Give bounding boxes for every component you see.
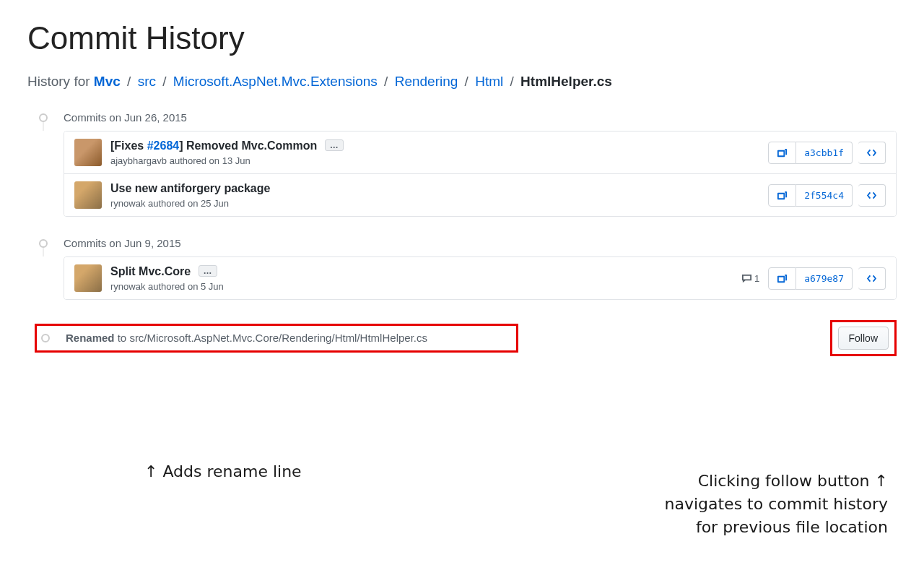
clipboard-icon [777, 190, 788, 201]
breadcrumb-separator: / [461, 74, 472, 89]
avatar[interactable] [74, 139, 102, 166]
breadcrumb: History for Mvc / src / Microsoft.AspNet… [27, 74, 897, 90]
browse-code-button[interactable] [858, 142, 886, 164]
commit-list: [Fixes #2684] Removed Mvc.Common …ajaybh… [64, 131, 897, 217]
commit-sha-link[interactable]: 2f554c4 [796, 184, 853, 207]
breadcrumb-link[interactable]: src [138, 74, 156, 89]
breadcrumb-separator: / [380, 74, 392, 89]
comment-icon [741, 273, 752, 284]
expand-message-button[interactable]: … [199, 265, 217, 277]
clipboard-icon [777, 273, 788, 284]
breadcrumb-prefix: History for [27, 74, 94, 89]
commit-row: [Fixes #2684] Removed Mvc.Common …ajaybh… [64, 131, 896, 173]
commit-list: Split Mvc.Core …rynowak authored on 5 Ju… [64, 256, 897, 300]
breadcrumb-separator: / [123, 74, 135, 89]
commit-group-heading: Commits on Jun 26, 2015 [64, 111, 897, 124]
code-icon [866, 273, 877, 284]
breadcrumb-link[interactable]: Rendering [395, 74, 458, 89]
rename-path: to src/Microsoft.AspNet.Mvc.Core/Renderi… [115, 332, 427, 344]
timeline-marker-icon [41, 334, 50, 342]
commit-title[interactable]: Use new antiforgery package [110, 181, 768, 197]
avatar[interactable] [74, 181, 102, 209]
breadcrumb-link[interactable]: Mvc [94, 74, 121, 89]
breadcrumb-separator: / [159, 74, 170, 89]
commit-sha-link[interactable]: a3cbb1f [796, 142, 853, 164]
timeline-marker-icon [39, 113, 48, 122]
clipboard-icon [777, 147, 788, 158]
comment-count[interactable]: 1 [741, 273, 759, 284]
commit-title[interactable]: Split Mvc.Core … [110, 264, 741, 280]
commit-row: Split Mvc.Core …rynowak authored on 5 Ju… [64, 257, 896, 299]
issue-link[interactable]: #2684 [147, 139, 180, 152]
follow-button[interactable]: Follow [838, 327, 889, 350]
commit-sha-link[interactable]: a679e87 [796, 267, 853, 290]
code-icon [866, 147, 877, 158]
browse-code-button[interactable] [858, 267, 886, 290]
commit-row: Use new antiforgery packagerynowak autho… [64, 173, 896, 216]
rename-label: Renamed [66, 332, 115, 344]
annotation-follow: Clicking follow button ↑ navigates to co… [664, 470, 888, 539]
copy-sha-button[interactable] [768, 267, 796, 290]
breadcrumb-link[interactable]: Microsoft.AspNet.Mvc.Extensions [173, 74, 378, 89]
commit-meta: rynowak authored on 25 Jun [110, 198, 768, 209]
annotation-rename: ↑ Adds rename line [144, 462, 302, 480]
follow-highlight: Follow [830, 320, 897, 356]
browse-code-button[interactable] [858, 184, 886, 207]
breadcrumb-separator: / [506, 74, 518, 89]
rename-line: Renamed to src/Microsoft.AspNet.Mvc.Core… [35, 324, 518, 353]
copy-sha-button[interactable] [768, 184, 796, 207]
copy-sha-button[interactable] [768, 142, 796, 164]
page-title: Commit History [27, 20, 924, 56]
commit-meta: rynowak authored on 5 Jun [110, 281, 741, 292]
commit-meta: ajaybhargavb authored on 13 Jun [110, 155, 768, 166]
timeline-marker-icon [39, 239, 48, 248]
commit-group-heading: Commits on Jun 9, 2015 [64, 237, 897, 249]
avatar[interactable] [74, 264, 102, 292]
breadcrumb-final: HtmlHelper.cs [520, 74, 612, 89]
expand-message-button[interactable]: … [325, 139, 344, 151]
breadcrumb-link[interactable]: Html [475, 74, 503, 89]
code-icon [866, 190, 877, 201]
commit-title[interactable]: [Fixes #2684] Removed Mvc.Common … [110, 139, 768, 154]
